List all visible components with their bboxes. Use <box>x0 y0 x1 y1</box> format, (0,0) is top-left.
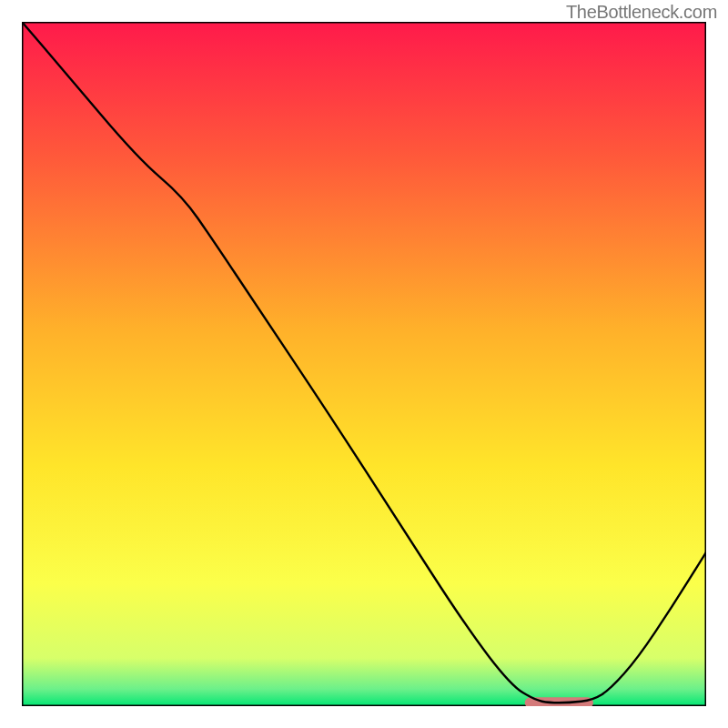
chart-background <box>22 22 706 706</box>
chart-container <box>22 22 706 706</box>
chart-svg <box>22 22 706 706</box>
watermark-label: TheBottleneck.com <box>566 2 717 23</box>
